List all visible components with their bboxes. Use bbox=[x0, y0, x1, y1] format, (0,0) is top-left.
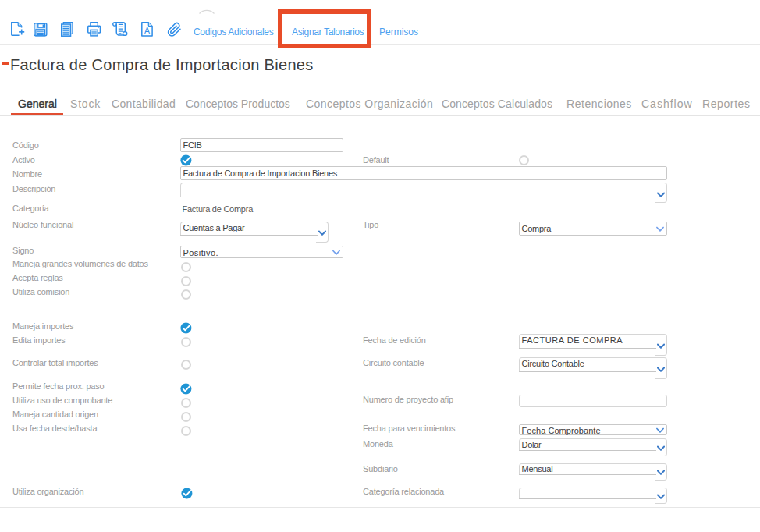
svg-text:A: A bbox=[144, 26, 150, 35]
